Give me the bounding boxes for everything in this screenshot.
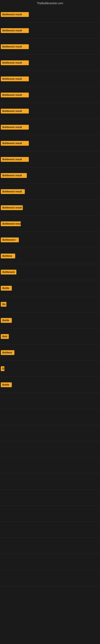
bottleneck-badge[interactable]: Bottleneck (1, 270, 16, 274)
bottleneck-row: Bottleneck r (0, 232, 100, 248)
bottleneck-row: Bottleneck result (0, 184, 100, 200)
empty-row (0, 393, 100, 409)
bottleneck-row: Bottleneck result (0, 216, 100, 232)
bottleneck-row: Bottleneck result (0, 87, 100, 103)
bottleneck-row: Bottleneck result (0, 168, 100, 184)
bottleneck-badge[interactable]: Bottleneck r (1, 238, 19, 242)
bottleneck-badge[interactable]: Bottlene (1, 254, 15, 258)
bottleneck-row: Bottle (0, 280, 100, 296)
bottleneck-row: Bottleneck result (0, 22, 100, 39)
bottleneck-badge[interactable]: B (1, 366, 4, 371)
bottleneck-badge[interactable]: Bottlene (1, 350, 14, 355)
bottleneck-row: Bo (0, 296, 100, 312)
bottleneck-badge[interactable]: Bottleneck result (1, 173, 27, 178)
empty-row (0, 554, 100, 570)
bottleneck-row: Bottleneck result (0, 200, 100, 216)
bottleneck-badge[interactable]: Bottle (1, 318, 12, 323)
bottleneck-row: Bottleneck result (0, 119, 100, 135)
bottleneck-badge[interactable]: Bottleneck result (1, 157, 29, 162)
bottleneck-row: B (0, 361, 100, 377)
bottleneck-badge[interactable]: Bott (1, 334, 9, 339)
bottleneck-row: Bottleneck result (0, 6, 100, 22)
bottleneck-badge[interactable]: Bottleneck result (1, 44, 29, 49)
empty-row (0, 570, 100, 586)
bottleneck-badge[interactable]: Bottleneck result (1, 222, 21, 226)
empty-row (0, 538, 100, 554)
bottleneck-badge[interactable]: Bottleneck result (1, 92, 29, 98)
bottleneck-badge[interactable]: Bo (1, 302, 6, 307)
empty-row (0, 522, 100, 538)
bottleneck-badge[interactable]: Bottleneck result (1, 60, 29, 65)
bottleneck-row: Bottle (0, 312, 100, 328)
bottleneck-badge[interactable]: Bottleneck result (1, 28, 29, 33)
bottleneck-row: Bottleneck result (0, 103, 100, 119)
bottleneck-badge[interactable]: Bottleneck result (1, 109, 29, 114)
empty-row (0, 441, 100, 457)
bottleneck-badge[interactable]: Bottleneck result (1, 12, 29, 17)
bottleneck-row: Bottleneck (0, 264, 100, 280)
empty-row (0, 457, 100, 473)
bottleneck-badge[interactable]: Bottleneck result (1, 141, 29, 146)
bottleneck-row: Bottleneck result (0, 55, 100, 71)
bottleneck-badge[interactable]: Bottle (1, 286, 12, 290)
bottleneck-row: Bottleneck result (0, 39, 100, 55)
bottleneck-row: Bottleneck result (0, 151, 100, 168)
bottleneck-row: Bottle (0, 377, 100, 393)
bottleneck-row: Bottleneck result (0, 135, 100, 151)
site-title: TheBottlenecker.com (0, 0, 100, 6)
bottleneck-badge[interactable]: Bottleneck result (1, 76, 29, 81)
bottleneck-row: Bott (0, 328, 100, 344)
bottleneck-row: Bottlene (0, 344, 100, 361)
bottleneck-badge[interactable]: Bottleneck result (1, 205, 23, 210)
bottleneck-row: Bottlene (0, 248, 100, 264)
empty-row (0, 506, 100, 522)
empty-row (0, 409, 100, 425)
empty-row (0, 473, 100, 490)
bottleneck-row: Bottleneck result (0, 71, 100, 87)
bottleneck-badge[interactable]: Bottleneck result (1, 125, 29, 130)
empty-row (0, 490, 100, 506)
bottleneck-badge[interactable]: Bottle (1, 382, 12, 387)
bottleneck-badge[interactable]: Bottleneck result (1, 189, 25, 194)
empty-row (0, 425, 100, 441)
